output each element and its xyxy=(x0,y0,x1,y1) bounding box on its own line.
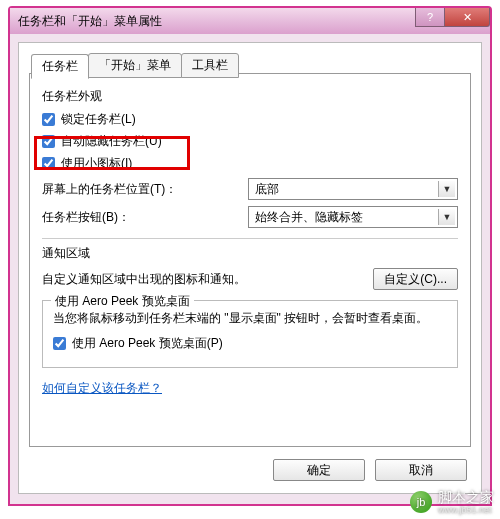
client-area: 任务栏 「开始」菜单 工具栏 任务栏外观 锁定任务栏(L) 自动隐藏任务栏(U) xyxy=(18,42,482,494)
notify-header: 通知区域 xyxy=(42,245,458,262)
smallicons-text: 使用小图标(I) xyxy=(61,155,132,172)
chevron-down-icon: ▼ xyxy=(438,181,455,197)
buttons-value: 始终合并、隐藏标签 xyxy=(255,209,363,226)
watermark-url: www.jb51.net xyxy=(438,505,494,515)
lock-taskbar-checkbox[interactable] xyxy=(42,113,55,126)
chevron-down-icon: ▼ xyxy=(438,209,455,225)
position-value: 底部 xyxy=(255,181,279,198)
notify-desc: 自定义通知区域中出现的图标和通知。 xyxy=(42,271,246,288)
autohide-taskbar-label[interactable]: 自动隐藏任务栏(U) xyxy=(42,133,162,150)
lock-taskbar-text: 锁定任务栏(L) xyxy=(61,111,136,128)
tab-page-taskbar: 任务栏外观 锁定任务栏(L) 自动隐藏任务栏(U) 使用小图标(I) xyxy=(29,73,471,447)
aero-legend: 使用 Aero Peek 预览桌面 xyxy=(51,293,194,310)
aero-checkbox[interactable] xyxy=(53,337,66,350)
lock-taskbar-label[interactable]: 锁定任务栏(L) xyxy=(42,111,136,128)
tab-toolbars[interactable]: 工具栏 xyxy=(181,53,239,78)
dialog-window: 任务栏和「开始」菜单属性 ? ✕ 任务栏 「开始」菜单 工具栏 任务栏外观 锁定… xyxy=(8,6,492,506)
customize-button[interactable]: 自定义(C)... xyxy=(373,268,458,290)
autohide-taskbar-checkbox[interactable] xyxy=(42,135,55,148)
aero-peek-group: 使用 Aero Peek 预览桌面 当您将鼠标移动到任务栏末端的 "显示桌面" … xyxy=(42,300,458,368)
position-select[interactable]: 底部 ▼ xyxy=(248,178,458,200)
tab-taskbar[interactable]: 任务栏 xyxy=(31,54,89,79)
help-button[interactable]: ? xyxy=(415,8,445,27)
position-label: 屏幕上的任务栏位置(T)： xyxy=(42,181,177,198)
watermark: jb 脚本之家 www.jb51.net xyxy=(410,489,494,515)
aero-checkbox-text: 使用 Aero Peek 预览桌面(P) xyxy=(72,335,223,352)
titlebar[interactable]: 任务栏和「开始」菜单属性 ? ✕ xyxy=(10,8,490,34)
tab-startmenu[interactable]: 「开始」菜单 xyxy=(88,53,182,78)
aero-desc: 当您将鼠标移动到任务栏末端的 "显示桌面" 按钮时，会暂时查看桌面。 xyxy=(53,309,447,327)
aero-checkbox-label[interactable]: 使用 Aero Peek 预览桌面(P) xyxy=(53,335,223,352)
close-button[interactable]: ✕ xyxy=(444,8,490,27)
autohide-taskbar-text: 自动隐藏任务栏(U) xyxy=(61,133,162,150)
help-link[interactable]: 如何自定义该任务栏？ xyxy=(42,380,162,397)
window-buttons: ? ✕ xyxy=(416,8,490,34)
appearance-header: 任务栏外观 xyxy=(42,88,458,105)
divider xyxy=(42,238,458,239)
cancel-button[interactable]: 取消 xyxy=(375,459,467,481)
buttons-select[interactable]: 始终合并、隐藏标签 ▼ xyxy=(248,206,458,228)
smallicons-checkbox[interactable] xyxy=(42,157,55,170)
buttons-label: 任务栏按钮(B)： xyxy=(42,209,130,226)
dialog-button-bar: 确定 取消 xyxy=(273,459,467,481)
smallicons-label[interactable]: 使用小图标(I) xyxy=(42,155,132,172)
window-title: 任务栏和「开始」菜单属性 xyxy=(18,13,162,30)
watermark-logo-icon: jb xyxy=(410,491,432,513)
tab-strip: 任务栏 「开始」菜单 工具栏 xyxy=(31,53,238,78)
ok-button[interactable]: 确定 xyxy=(273,459,365,481)
